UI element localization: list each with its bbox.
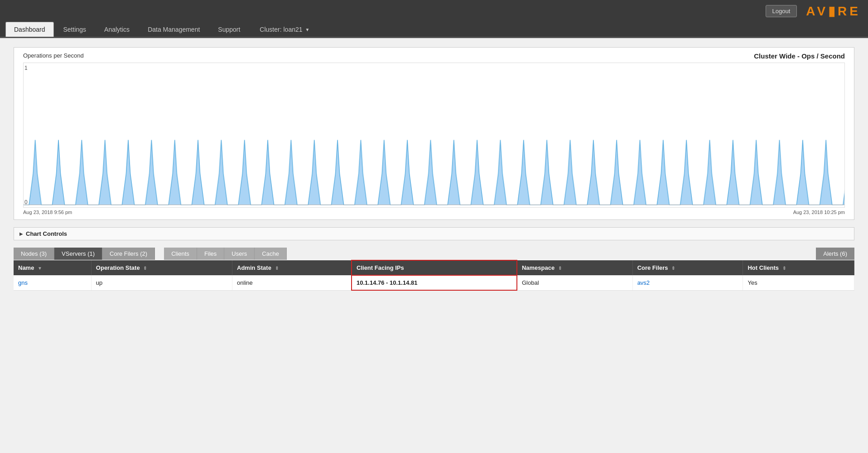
cluster-selector[interactable]: Cluster: loan21 ▼ — [254, 22, 315, 37]
sort-icon-name: ▼ — [38, 266, 42, 271]
topbar: Logout AV▮RE — [0, 0, 868, 22]
tab-cache[interactable]: Cache — [255, 248, 287, 260]
chart-timestamps: Aug 23, 2018 9:56 pm Aug 23, 2018 10:25 … — [23, 209, 845, 215]
tab-files[interactable]: Files — [197, 248, 224, 260]
tab-dashboard[interactable]: Dashboard — [5, 22, 54, 37]
logo-text-1: AV — [806, 4, 828, 18]
logo-text-2: RE — [838, 4, 861, 18]
table-section: Nodes (3) VServers (1) Core Filers (2) C… — [14, 248, 854, 291]
chevron-down-icon: ▼ — [305, 27, 310, 32]
data-table: Name ▼ Operation State ⇕ Admin State ⇕ C… — [14, 260, 854, 291]
svg-rect-0 — [24, 63, 844, 207]
cell-core-filers: avs2 — [632, 275, 743, 290]
chart-header: Operations per Second Cluster Wide - Ops… — [23, 52, 845, 60]
chart-timestamp-end: Aug 23, 2018 10:25 pm — [793, 209, 845, 215]
tab-alerts[interactable]: Alerts (6) — [816, 248, 854, 260]
sort-icon-admin-state: ⇕ — [275, 266, 279, 271]
cell-name: gns — [14, 275, 91, 290]
cell-admin-state: online — [232, 275, 352, 290]
chart-controls-label: Chart Controls — [26, 230, 67, 237]
table-row: gns up online 10.1.14.76 - 10.1.14.81 Gl… — [14, 275, 854, 290]
main-content: Operations per Second Cluster Wide - Ops… — [0, 38, 868, 300]
tab-data-management[interactable]: Data Management — [139, 22, 208, 37]
table-tab-row: Nodes (3) VServers (1) Core Filers (2) C… — [14, 248, 854, 260]
tab-clients[interactable]: Clients — [164, 248, 197, 260]
cell-operation-state: up — [91, 275, 232, 290]
chart-ops-label: Operations per Second — [23, 52, 84, 59]
chart-svg — [24, 63, 844, 207]
logout-button[interactable]: Logout — [766, 5, 797, 17]
col-header-client-facing-ips: Client Facing IPs — [352, 260, 517, 275]
col-header-hot-clients: Hot Clients ⇕ — [743, 260, 854, 275]
chart-y-bottom: 0 — [24, 199, 28, 205]
sort-icon-hot-clients: ⇕ — [782, 266, 786, 271]
topbar-right: Logout AV▮RE — [766, 4, 861, 19]
cell-hot-clients: Yes — [743, 275, 854, 290]
chart-timestamp-start: Aug 23, 2018 9:56 pm — [23, 209, 72, 215]
avere-logo: AV▮RE — [806, 4, 861, 19]
logo-separator: ▮ — [828, 4, 838, 18]
tab-users[interactable]: Users — [224, 248, 255, 260]
chart-section: Operations per Second Cluster Wide - Ops… — [14, 47, 854, 220]
col-header-name: Name ▼ — [14, 260, 91, 275]
cell-client-facing-ips: 10.1.14.76 - 10.1.14.81 — [352, 275, 517, 290]
chart-controls[interactable]: ▶ Chart Controls — [14, 227, 854, 240]
col-header-core-filers: Core Filers ⇕ — [632, 260, 743, 275]
tab-support[interactable]: Support — [209, 22, 249, 37]
col-header-operation-state: Operation State ⇕ — [91, 260, 232, 275]
name-link[interactable]: gns — [18, 279, 28, 286]
table-header-row: Name ▼ Operation State ⇕ Admin State ⇕ C… — [14, 260, 854, 275]
cell-namespace: Global — [517, 275, 632, 290]
sort-icon-namespace: ⇕ — [558, 266, 562, 271]
nav-tabs: Dashboard Settings Analytics Data Manage… — [0, 22, 868, 38]
tab-core-filers[interactable]: Core Filers (2) — [102, 248, 155, 260]
chart-y-top: 1 — [24, 65, 28, 71]
col-header-admin-state: Admin State ⇕ — [232, 260, 352, 275]
tab-analytics[interactable]: Analytics — [96, 22, 138, 37]
core-filers-link[interactable]: avs2 — [637, 279, 650, 286]
col-header-namespace: Namespace ⇕ — [517, 260, 632, 275]
sort-icon-operation-state: ⇕ — [143, 266, 147, 271]
chart-area: 1 0 — [23, 63, 845, 208]
tab-settings[interactable]: Settings — [55, 22, 95, 37]
triangle-right-icon: ▶ — [19, 231, 23, 236]
sort-icon-core-filers: ⇕ — [671, 266, 675, 271]
chart-wide-title: Cluster Wide - Ops / Second — [754, 52, 845, 60]
cluster-label: Cluster: loan21 — [260, 26, 302, 33]
tab-vservers[interactable]: VServers (1) — [54, 248, 102, 260]
tab-nodes[interactable]: Nodes (3) — [14, 248, 54, 260]
